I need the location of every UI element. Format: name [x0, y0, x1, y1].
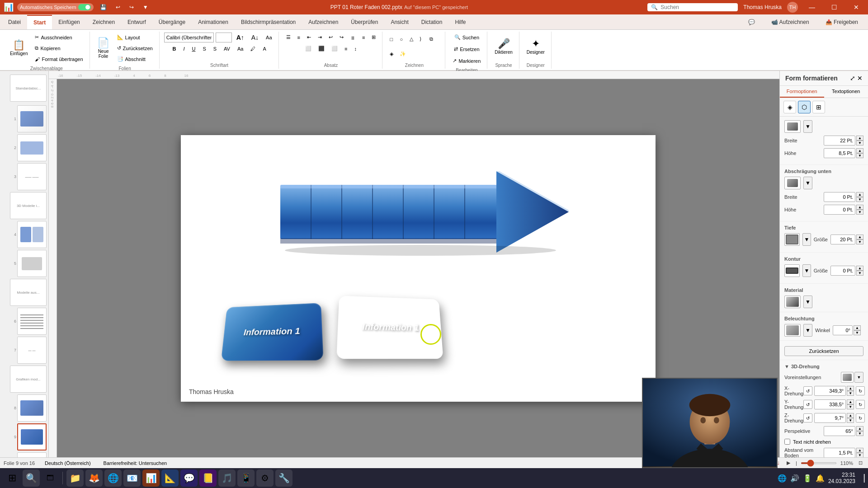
col-btn[interactable]: ⫼: [348, 33, 358, 42]
material-title[interactable]: Material: [784, 287, 863, 293]
z-rotate-ccw[interactable]: ↺: [803, 413, 812, 422]
taskbar-visio[interactable]: 📐: [161, 469, 179, 487]
diktieren-btn[interactable]: 🎤 Diktieren: [492, 33, 515, 60]
x-rotate-ccw[interactable]: ↺: [803, 386, 812, 395]
bevel-b-hoehe-input[interactable]: [824, 205, 855, 215]
formeff-btn[interactable]: ✨: [397, 49, 406, 59]
taskbar-app1[interactable]: 🎵: [218, 469, 236, 487]
y-drehung-input[interactable]: [814, 399, 846, 409]
kontur-groesse-input[interactable]: [830, 266, 855, 276]
z-up[interactable]: ▲: [847, 413, 854, 418]
slide-canvas[interactable]: Information 1 Information 1 Thomas Hrusk…: [181, 135, 656, 402]
decrease-font-btn[interactable]: A↓: [249, 33, 261, 42]
neue-folie-btn[interactable]: 📄 NeueFolie: [94, 35, 113, 62]
tab-datei[interactable]: Datei: [2, 15, 27, 29]
list-bullet-btn[interactable]: ☰: [283, 33, 293, 42]
tray-show-desktop[interactable]: ▕: [859, 474, 864, 483]
taskbar-app3[interactable]: ⚙: [256, 469, 274, 487]
bevel-b-hoehe-up[interactable]: ▲: [856, 205, 863, 210]
textausrichten-btn[interactable]: ≡: [359, 33, 368, 42]
aufzeichnen-btn[interactable]: 📹 Aufzeichnen: [765, 15, 816, 29]
tiefe-title[interactable]: Tiefe: [784, 225, 863, 230]
tab-einfuegen[interactable]: Einfügen: [52, 15, 86, 29]
tray-notification[interactable]: 🔔: [816, 474, 825, 483]
bevel-hoehe-input[interactable]: [824, 148, 855, 158]
autosave-toggle[interactable]: Automatisches Speichern: [17, 3, 94, 11]
tab-formoptionen[interactable]: Formoptionen: [780, 86, 824, 98]
slide-thumb-4[interactable]: [17, 221, 47, 248]
zuruecksetzen-btn[interactable]: ↺ Zurücksetzen: [114, 43, 156, 53]
indent-more-btn[interactable]: ⇥: [315, 33, 325, 42]
freigeben-btn[interactable]: 📤 Freigeben: [819, 15, 864, 29]
linespacing-btn[interactable]: ↕: [351, 44, 359, 54]
perspektive-up[interactable]: ▲: [856, 426, 863, 431]
language-btn[interactable]: Deutsch (Österreich): [42, 460, 93, 467]
tab-uebergaenge[interactable]: Übergänge: [152, 15, 192, 29]
charspacing-btn[interactable]: AV: [221, 44, 233, 54]
y-rotate-ccw[interactable]: ↺: [803, 400, 812, 409]
save-btn[interactable]: 💾: [97, 3, 109, 11]
fontcolor-btn[interactable]: A: [260, 44, 269, 54]
tab-praesenation[interactable]: Bildschirmpräsentation: [235, 15, 302, 29]
ausschneiden-btn[interactable]: ✂ Ausschneiden: [32, 33, 85, 42]
kontur-down[interactable]: ▼: [856, 271, 863, 276]
bevel-hoehe-spin-down[interactable]: ▼: [856, 153, 863, 158]
align-right-btn[interactable]: ⬜: [329, 44, 340, 54]
y-rotate-cw[interactable]: ↻: [856, 400, 865, 409]
beleuchtung-dropdown[interactable]: ▼: [803, 324, 812, 337]
undo-btn[interactable]: ↩: [113, 3, 123, 11]
beleuchtung-title[interactable]: Beleuchtung: [784, 316, 863, 321]
y-up[interactable]: ▲: [847, 399, 854, 404]
clock[interactable]: 23:31 24.03.2023: [828, 472, 855, 484]
info-box-2[interactable]: Information 1: [336, 296, 443, 359]
search-input[interactable]: [660, 4, 728, 10]
drehung-title[interactable]: ▼ 3D-Drehung: [784, 364, 863, 369]
text-drehen-checkbox[interactable]: [784, 439, 790, 445]
slide-thumb-3[interactable]: —— ——: [17, 163, 47, 190]
material-dropdown[interactable]: ▼: [803, 296, 812, 308]
tab-animationen[interactable]: Animationen: [192, 15, 235, 29]
slide-thumb-7[interactable]: — —: [17, 337, 47, 364]
slide-thumb-2[interactable]: [17, 134, 47, 161]
abstand-up[interactable]: ▲: [856, 448, 863, 453]
fontcase-btn[interactable]: Aa: [235, 44, 246, 54]
winkel-input[interactable]: [833, 325, 853, 335]
tab-start[interactable]: Start: [27, 15, 52, 29]
more-btn[interactable]: ▼: [140, 3, 151, 11]
bevel-bottom-preview[interactable]: [784, 177, 801, 189]
designer-ribbon-btn[interactable]: ✦ Designer: [524, 33, 547, 60]
x-down[interactable]: ▼: [847, 391, 854, 396]
slide-thumb-1[interactable]: [17, 105, 47, 132]
slide-thumb-9[interactable]: [17, 423, 47, 450]
taskview-btn[interactable]: 🗔: [42, 469, 59, 487]
search-taskbar-btn[interactable]: 🔍: [23, 469, 40, 487]
shape4-btn[interactable]: ⟩: [417, 34, 426, 44]
tiefe-color-dropdown[interactable]: ▼: [802, 233, 811, 246]
autosave-switch[interactable]: [78, 4, 91, 10]
tab-ueberpruefen[interactable]: Überprüfen: [344, 15, 384, 29]
arrow-container[interactable]: [280, 162, 570, 257]
increase-font-btn[interactable]: A↑: [234, 33, 247, 42]
maximize-btn[interactable]: ☐: [826, 0, 843, 14]
kontur-up[interactable]: ▲: [856, 266, 863, 271]
einfuegen-btn[interactable]: 📋 Einfügen: [7, 35, 30, 62]
kontur-title[interactable]: Kontur: [784, 256, 863, 262]
bevel-b-hoehe-down[interactable]: ▼: [856, 210, 863, 215]
schnell-btn[interactable]: ◈: [387, 49, 396, 59]
tab-ansicht[interactable]: Ansicht: [384, 15, 415, 29]
taskbar-firefox[interactable]: 🦊: [85, 469, 103, 487]
y-down[interactable]: ▼: [847, 404, 854, 409]
format-btn[interactable]: 🖌 Format übertragen: [32, 54, 85, 64]
kontur-color-box[interactable]: [784, 264, 800, 277]
x-up[interactable]: ▲: [847, 386, 854, 391]
taskbar-onenote[interactable]: 📒: [199, 469, 217, 487]
perspektive-input[interactable]: [824, 426, 855, 436]
tab-entwurf[interactable]: Entwurf: [121, 15, 152, 29]
shape3-btn[interactable]: △: [407, 34, 416, 44]
comments-btn[interactable]: 💬: [742, 15, 761, 29]
bevel-breite-spin-down[interactable]: ▼: [856, 141, 863, 145]
taskbar-chrome[interactable]: 🌐: [104, 469, 122, 487]
tray-battery[interactable]: 🔋: [803, 474, 812, 483]
z-drehung-input[interactable]: [814, 413, 846, 423]
minimize-btn[interactable]: —: [803, 0, 821, 14]
